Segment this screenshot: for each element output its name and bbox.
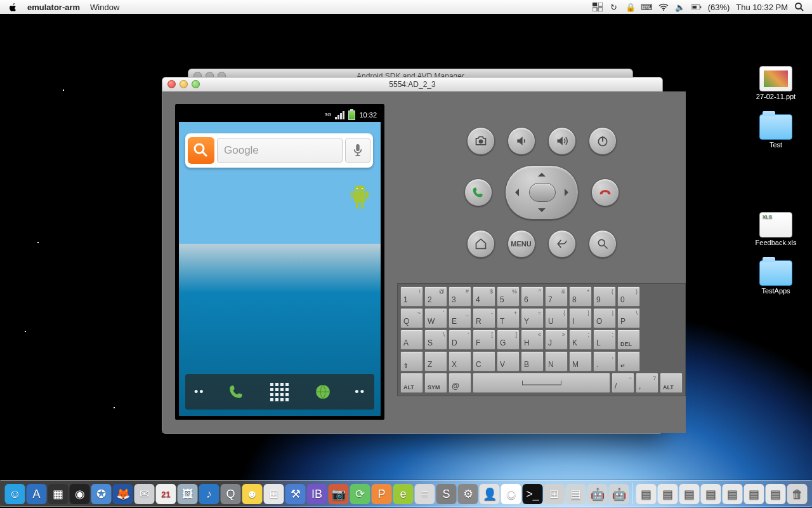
key-5[interactable]: 5% — [497, 286, 520, 307]
close-traffic-light[interactable] — [167, 80, 176, 88]
key-O[interactable]: O| — [593, 308, 616, 328]
google-search-widget[interactable]: Google — [185, 133, 373, 168]
home-button[interactable] — [467, 230, 495, 258]
dock-quicktime[interactable]: Q — [221, 484, 241, 504]
dock-photobooth[interactable]: 📷 — [329, 484, 349, 504]
zoom-traffic-light[interactable] — [192, 80, 200, 88]
key-S[interactable]: S\ — [424, 330, 447, 350]
key-G[interactable]: G] — [497, 330, 520, 350]
dock-stack6[interactable]: ▤ — [744, 484, 764, 504]
menu-button[interactable]: MENU — [508, 230, 535, 258]
key-B[interactable]: B — [521, 351, 544, 371]
key-V[interactable]: V — [497, 351, 520, 371]
key-ALT[interactable]: ALT — [660, 373, 683, 393]
dock-ib[interactable]: IB — [307, 484, 327, 504]
key-N[interactable]: N — [545, 351, 568, 371]
key-F[interactable]: F[ — [473, 330, 495, 350]
dpad-down[interactable] — [538, 208, 546, 216]
dock-sysprefs[interactable]: ⚙ — [458, 484, 478, 504]
desktop-file-xls[interactable]: Feedback.xls — [754, 212, 798, 246]
key-8[interactable]: 8* — [569, 286, 592, 307]
desktop-folder-test[interactable]: Test — [754, 114, 798, 149]
dpad-right[interactable] — [565, 189, 572, 196]
minimize-traffic-light[interactable] — [180, 80, 188, 88]
app-drawer-button[interactable] — [269, 381, 291, 403]
desktop-folder-testapps[interactable]: TestApps — [754, 260, 798, 295]
search-input[interactable]: Google — [217, 138, 343, 163]
key-@[interactable]: @ — [449, 373, 471, 393]
key-T[interactable]: T+ — [497, 308, 520, 328]
dock-appstore[interactable]: A — [27, 484, 47, 504]
key-/[interactable]: /− — [612, 373, 634, 393]
key-3[interactable]: 3# — [449, 286, 471, 307]
key-SYM[interactable]: SYM — [424, 373, 447, 393]
menubar-clock[interactable]: Thu 10:32 PM — [736, 0, 788, 14]
dock-openoffice[interactable]: ⊞ — [264, 484, 284, 504]
key-R[interactable]: R- — [473, 308, 495, 328]
dock-stack2[interactable]: ▤ — [658, 484, 678, 504]
volume-status-icon[interactable]: 🔈 — [675, 3, 685, 11]
key-6[interactable]: 6^ — [521, 286, 544, 307]
key-Y[interactable]: Y= — [521, 308, 544, 328]
key-W[interactable]: W` — [424, 308, 447, 328]
dock-calculator[interactable]: ⊞ — [544, 484, 565, 504]
dock-p[interactable]: P — [372, 484, 392, 504]
desktop[interactable]: 27-02-11.ppt Test Feedback.xls TestApps … — [0, 14, 812, 508]
dock-expose[interactable]: ▦ — [48, 484, 69, 504]
key-A[interactable]: A — [400, 330, 423, 350]
dock-xcode[interactable]: ⚒ — [285, 484, 306, 504]
key-1[interactable]: 1! — [400, 286, 423, 307]
back-button[interactable] — [548, 230, 576, 258]
key-space[interactable] — [473, 373, 610, 393]
key-9[interactable]: 9( — [593, 286, 616, 307]
dock-ym[interactable]: ☻ — [242, 484, 263, 504]
android-robot-icon[interactable] — [348, 184, 372, 213]
key-↵[interactable]: ↵ — [617, 351, 640, 371]
dock-indicator-left[interactable]: •• — [194, 385, 205, 399]
key-2[interactable]: 2@ — [424, 286, 447, 307]
dpad-center[interactable] — [529, 183, 556, 202]
power-button[interactable] — [589, 127, 617, 155]
dialer-button[interactable] — [226, 381, 247, 403]
dock-stack3[interactable]: ▤ — [679, 484, 700, 504]
dock-stack4[interactable]: ▤ — [701, 484, 721, 504]
key-.[interactable]: ., — [593, 351, 616, 371]
key-L[interactable]: L: — [593, 330, 616, 350]
key-C[interactable]: C — [473, 351, 495, 371]
dpad-up[interactable] — [538, 169, 546, 177]
key-X[interactable]: X — [449, 351, 471, 371]
dock-finder[interactable]: ☺ — [5, 484, 25, 504]
emulated-phone-screen[interactable]: 3G 10:32 Google — [179, 108, 381, 416]
dock-ical[interactable]: 21 — [156, 484, 176, 504]
dock-preview[interactable]: 🖼 — [178, 484, 198, 504]
dock-itunes[interactable]: ♪ — [199, 484, 219, 504]
menu-window[interactable]: Window — [90, 0, 119, 14]
key-ALT[interactable]: ALT — [400, 373, 423, 393]
key-J[interactable]: J> — [545, 330, 568, 350]
dock-mail[interactable]: ✉ — [134, 484, 155, 504]
key-P[interactable]: P\ — [617, 308, 640, 328]
search-icon[interactable] — [188, 137, 214, 164]
android-status-bar[interactable]: 3G 10:32 — [179, 108, 381, 122]
key-U[interactable]: U{ — [545, 308, 568, 328]
dock-chrome[interactable]: ◉ — [501, 484, 521, 504]
dock-stack7[interactable]: ▤ — [766, 484, 786, 504]
dock-android-sdk[interactable]: ▤ — [566, 484, 586, 504]
dock-firefox[interactable]: 🦊 — [113, 484, 133, 504]
volume-up-button[interactable] — [548, 127, 576, 155]
wifi-status-icon[interactable] — [658, 3, 669, 11]
key-DEL[interactable]: DEL — [617, 330, 640, 350]
lock-status-icon[interactable]: 🔒 — [625, 3, 636, 11]
voice-search-button[interactable] — [345, 138, 370, 163]
dpad-left[interactable] — [511, 189, 519, 196]
emulator-titlebar[interactable]: 5554:AD_2_3 — [162, 77, 662, 92]
app-name[interactable]: emulator-arm — [27, 0, 80, 14]
dock-stack5[interactable]: ▤ — [723, 484, 743, 504]
key-H[interactable]: H< — [521, 330, 544, 350]
spotlight-icon[interactable] — [794, 3, 804, 11]
dock-s[interactable]: S — [436, 484, 457, 504]
key-,[interactable]: ,? — [636, 373, 658, 393]
dock-cisco[interactable]: ≡ — [415, 484, 435, 504]
timemachine-status-icon[interactable]: ↻ — [609, 3, 619, 11]
dock-terminal[interactable]: >_ — [523, 484, 543, 504]
